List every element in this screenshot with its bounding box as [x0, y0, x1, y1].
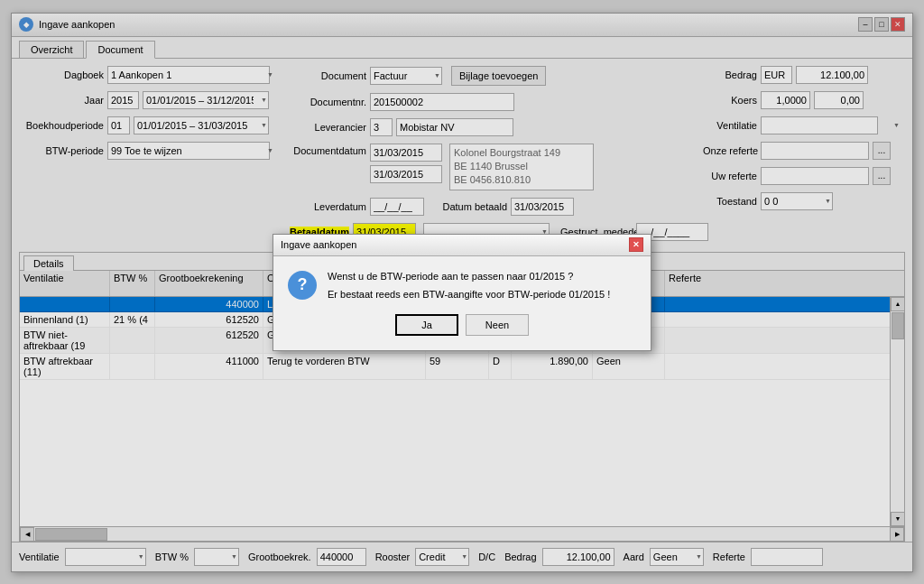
dialog-close-button[interactable]: ✕: [629, 237, 643, 252]
dialog-title: Ingave aankopen: [281, 239, 356, 250]
dialog-content: ? Wenst u de BTW-periode aan te passen n…: [273, 256, 651, 314]
dialog-text: Wenst u de BTW-periode aan te passen naa…: [328, 271, 610, 300]
dialog-buttons: Ja Neen: [273, 314, 651, 350]
dialog-question-icon: ?: [288, 271, 317, 300]
dialog-overlay: Ingave aankopen ✕ ? Wenst u de BTW-perio…: [12, 14, 912, 571]
dialog-titlebar: Ingave aankopen ✕: [273, 235, 651, 256]
dialog-neen-button[interactable]: Neen: [466, 314, 529, 336]
main-window: ◆ Ingave aankopen – □ ✕ Overzicht Docume…: [11, 13, 913, 572]
dialog-ja-button[interactable]: Ja: [395, 314, 458, 336]
dialog-line2: Er bestaat reeds een BTW-aangifte voor B…: [328, 289, 610, 300]
dialog: Ingave aankopen ✕ ? Wenst u de BTW-perio…: [273, 234, 651, 351]
dialog-line1: Wenst u de BTW-periode aan te passen naa…: [328, 271, 610, 282]
